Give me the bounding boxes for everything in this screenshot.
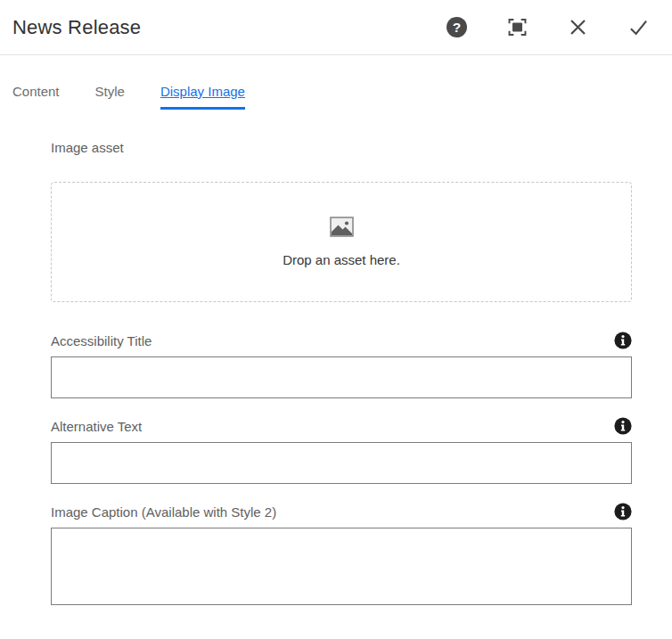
image-placeholder-icon <box>330 217 354 241</box>
info-icon <box>614 503 632 520</box>
close-icon <box>568 17 588 37</box>
info-icon <box>614 332 632 349</box>
fullscreen-icon <box>507 17 528 37</box>
info-icon <box>614 417 632 435</box>
header-actions: ? <box>446 17 649 38</box>
asset-dropzone[interactable]: Drop an asset here. <box>51 182 632 302</box>
image-caption-info-button[interactable] <box>614 503 632 520</box>
alternative-text-label: Alternative Text <box>51 419 142 434</box>
dialog-header: News Release ? <box>0 0 672 55</box>
accessibility-title-label: Accessibility Title <box>51 333 152 348</box>
tab-style[interactable]: Style <box>95 84 125 110</box>
tab-bar: Content Style Display Image <box>0 84 672 110</box>
accessibility-title-info-button[interactable] <box>614 332 632 349</box>
accessibility-title-input[interactable] <box>51 356 632 398</box>
image-caption-label: Image Caption (Available with Style 2) <box>51 504 276 520</box>
tab-content[interactable]: Content <box>12 84 60 110</box>
close-button[interactable] <box>567 17 588 38</box>
help-icon: ? <box>447 17 467 37</box>
dropzone-text: Drop an asset here. <box>283 252 400 267</box>
field-header-alternative-text: Alternative Text <box>51 417 632 435</box>
help-button[interactable]: ? <box>446 17 467 38</box>
field-header-accessibility-title: Accessibility Title <box>51 332 632 349</box>
alternative-text-input[interactable] <box>51 442 632 484</box>
tab-panel-display-image: Image asset Drop an asset here. Accessib… <box>51 140 632 609</box>
image-caption-textarea[interactable] <box>51 528 632 605</box>
alternative-text-info-button[interactable] <box>614 417 632 435</box>
svg-text:?: ? <box>452 20 460 35</box>
dialog-title: News Release <box>12 16 141 39</box>
tab-display-image[interactable]: Display Image <box>160 84 245 110</box>
check-icon <box>628 17 649 37</box>
field-header-image-caption: Image Caption (Available with Style 2) <box>51 503 632 520</box>
image-asset-label: Image asset <box>51 140 632 155</box>
confirm-button[interactable] <box>627 17 649 38</box>
fullscreen-button[interactable] <box>506 17 528 38</box>
